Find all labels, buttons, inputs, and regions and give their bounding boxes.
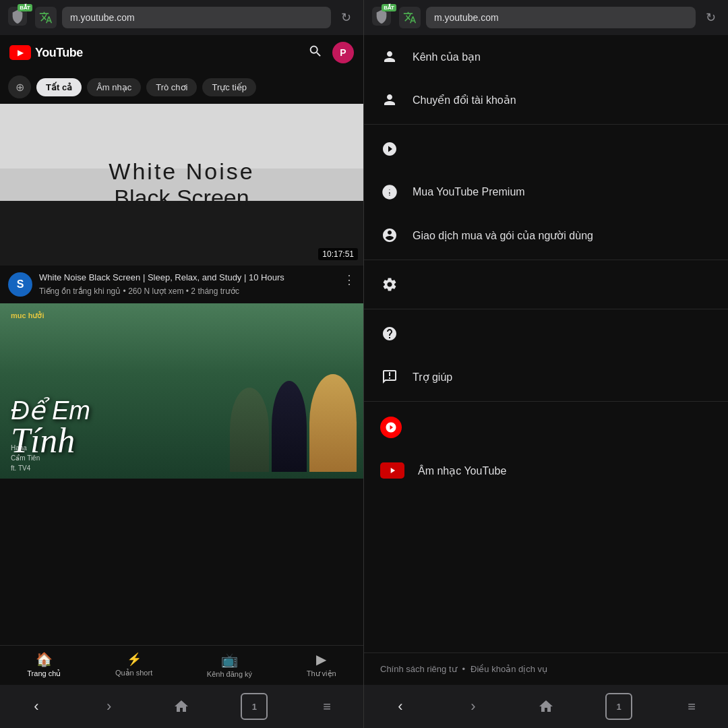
nav-shorts[interactable]: ⚡ Quản short	[115, 652, 152, 677]
yt-music-icon	[380, 417, 402, 438]
terms-link[interactable]: Điều khoản dịch vụ	[471, 664, 547, 674]
data-icon	[380, 226, 399, 245]
menu-footer: Chính sách riêng tư • Điều khoản dịch vụ	[364, 653, 728, 685]
refresh-btn-right[interactable]: ↻	[701, 8, 720, 27]
forward-btn-right[interactable]: ›	[460, 693, 487, 720]
video-thumbnail-1[interactable]: White Noise Black Screen 10:17:51	[0, 104, 363, 266]
menu-item-feedback[interactable]: Trợ giúp	[364, 355, 728, 398]
left-phone-panel: BẮT m.youtube.com ↻ YouTube P ⊕ Tất cả Â…	[0, 0, 364, 728]
nav-home-label: Trang chủ	[27, 669, 61, 678]
back-btn-left[interactable]: ‹	[23, 693, 50, 720]
bat-badge-left: BẮT	[18, 4, 32, 11]
bottom-nav: 🏠 Trang chủ ⚡ Quản short 📺 Kênh đăng ký …	[0, 645, 363, 685]
subs-nav-icon: 📺	[221, 652, 238, 668]
feedback-icon	[380, 367, 399, 386]
url-text-right: m.youtube.com	[434, 12, 499, 23]
video1-meta: White Noise Black Screen | Sleep, Relax,…	[39, 272, 336, 296]
yt-kids-label: Âm nhạc YouTube	[418, 464, 506, 477]
browser-bottom-nav-right: ‹ › 1 ≡	[364, 685, 728, 728]
url-bar-left[interactable]: m.youtube.com	[62, 7, 331, 28]
back-btn-right[interactable]: ‹	[387, 693, 414, 720]
divider-3	[364, 309, 728, 309]
browser-bar-left: BẮT m.youtube.com ↻	[0, 0, 363, 35]
menu-items-list: Kênh của bạn Chuyển đổi tài khoản $ Mua …	[364, 35, 728, 653]
channel-avatar-1[interactable]: S	[8, 272, 32, 297]
translate-icon-right[interactable]	[399, 7, 421, 28]
tab-live[interactable]: Trực tiếp	[202, 78, 256, 96]
menu-item-premium[interactable]	[364, 127, 728, 171]
browser-bar-right: BẮT m.youtube.com ↻	[364, 0, 728, 35]
nav-home[interactable]: 🏠 Trang chủ	[27, 651, 61, 678]
yt-logo-icon	[9, 45, 31, 60]
translate-icon-left[interactable]	[35, 7, 57, 28]
tab-count-right[interactable]: 1	[605, 693, 632, 720]
category-tabs: ⊕ Tất cả Âm nhạc Trò chơi Trực tiếp	[0, 70, 363, 104]
video-thumbnail-2[interactable]: muc hưởi Để Em Tính Hana Cẩm Tiên ft. TV…	[0, 303, 363, 479]
video1-duration: 10:17:51	[318, 248, 358, 260]
video1-title-line2: Black Screen	[114, 185, 249, 211]
footer-dot: •	[462, 664, 466, 674]
menu-item-settings[interactable]	[364, 263, 728, 306]
video-content: White Noise Black Screen 10:17:51 S Whit…	[0, 104, 363, 645]
menu-item-help[interactable]	[364, 312, 728, 355]
nav-subscriptions[interactable]: 📺 Kênh đăng ký	[207, 652, 252, 678]
divider-4	[364, 401, 728, 402]
tab-count-left[interactable]: 1	[241, 693, 268, 720]
yt-kids-icon	[380, 462, 404, 479]
home-btn-right[interactable]	[533, 693, 559, 720]
help-icon	[380, 324, 399, 343]
menu-item-switch-account[interactable]: Chuyển đổi tài khoản	[364, 78, 728, 121]
menu-btn-right[interactable]: ≡	[678, 693, 705, 720]
people-group	[230, 374, 357, 472]
menu-item-yt-music[interactable]	[364, 404, 728, 450]
yt-logo[interactable]: YouTube	[9, 45, 83, 60]
bat-badge-right: BẮT	[382, 4, 396, 11]
purchases-label: Mua YouTube Premium	[413, 186, 525, 198]
premium-icon	[380, 140, 399, 158]
tab-all[interactable]: Tất cả	[36, 78, 82, 96]
tab-games[interactable]: Trò chơi	[146, 78, 197, 96]
url-bar-right[interactable]: m.youtube.com	[426, 7, 696, 28]
yt-header: YouTube P	[0, 35, 363, 70]
nav-subs-label: Kênh đăng ký	[207, 670, 252, 678]
privacy-link[interactable]: Chính sách riêng tư	[380, 664, 457, 674]
menu-item-channel[interactable]: Kênh của bạn	[364, 35, 728, 78]
home-btn-left[interactable]	[168, 693, 195, 720]
shield-badge-right: BẮT	[372, 7, 394, 28]
search-icon-btn[interactable]	[308, 44, 323, 62]
menu-item-data[interactable]: Giao dịch mua và gói của người dùng	[364, 214, 728, 257]
channel-icon	[380, 47, 399, 66]
user-avatar-btn[interactable]: P	[332, 42, 354, 63]
video1-title-text: White Noise Black Screen | Sleep, Relax,…	[39, 272, 336, 284]
purchases-icon: $	[380, 183, 399, 202]
divider-1	[364, 124, 728, 125]
video1-info: S White Noise Black Screen | Sleep, Rela…	[0, 266, 363, 303]
settings-icon	[380, 275, 399, 294]
menu-btn-left[interactable]: ≡	[313, 693, 340, 720]
channel-label: Kênh của bạn	[413, 51, 481, 63]
url-text-left: m.youtube.com	[70, 12, 135, 23]
nav-library-label: Thư viện	[307, 669, 336, 678]
video1-more-btn[interactable]: ⋮	[343, 272, 355, 287]
shield-badge-left: BẮT	[8, 7, 30, 28]
nav-library[interactable]: ▶ Thư viện	[307, 651, 336, 678]
forward-btn-left[interactable]: ›	[96, 693, 123, 720]
shorts-nav-icon: ⚡	[127, 652, 142, 667]
menu-item-yt-kids[interactable]: Âm nhạc YouTube	[364, 450, 728, 491]
tab-music[interactable]: Âm nhạc	[87, 78, 141, 96]
refresh-btn-left[interactable]: ↻	[336, 8, 355, 27]
switch-account-label: Chuyển đổi tài khoản	[413, 94, 516, 107]
feedback-label: Trợ giúp	[413, 371, 452, 384]
menu-item-purchases[interactable]: $ Mua YouTube Premium	[364, 171, 728, 214]
nav-shorts-label: Quản short	[115, 669, 152, 677]
data-label: Giao dịch mua và gói của người dùng	[413, 229, 593, 242]
yt-header-icons: P	[308, 42, 354, 63]
svg-text:$: $	[388, 187, 392, 197]
switch-account-icon	[380, 90, 399, 109]
yt-logo-text: YouTube	[35, 46, 83, 60]
explore-btn[interactable]: ⊕	[8, 75, 31, 98]
home-nav-icon: 🏠	[36, 651, 53, 667]
divider-2	[364, 260, 728, 260]
video1-title-line1: White Noise	[109, 158, 254, 185]
video1-sub: Tiếng ồn trắng khi ngủ • 260 N lượt xem …	[39, 286, 336, 296]
